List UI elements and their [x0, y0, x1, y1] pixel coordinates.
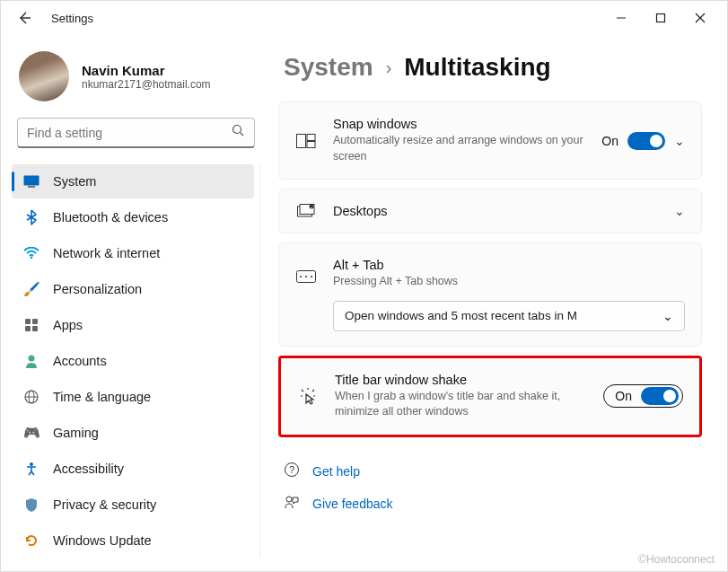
snap-windows-card[interactable]: Snap windows Automatically resize and ar… — [278, 101, 702, 180]
chevron-down-icon[interactable]: ⌄ — [674, 204, 685, 218]
svg-point-2 — [233, 126, 241, 134]
watermark: ©Howtoconnect — [638, 553, 715, 566]
alttab-icon — [295, 270, 317, 283]
svg-point-29 — [286, 497, 292, 502]
sidebar-item-label: Accessibility — [53, 462, 124, 476]
breadcrumb-parent[interactable]: System — [284, 53, 373, 82]
apps-icon — [22, 316, 40, 334]
search-icon — [232, 124, 245, 141]
sidebar-item-accounts[interactable]: Accounts — [12, 344, 254, 378]
svg-text:?: ? — [289, 464, 294, 475]
dropdown-value: Open windows and 5 most recent tabs in M — [345, 309, 577, 322]
sidebar-item-label: Apps — [53, 318, 83, 332]
card-title: Desktops — [333, 204, 658, 218]
shield-icon — [22, 496, 40, 514]
get-help-row[interactable]: ? Get help — [284, 455, 697, 488]
desktops-card[interactable]: + Desktops ⌄ — [278, 189, 702, 233]
sidebar-item-label: Time & language — [53, 390, 151, 404]
sidebar-item-label: Gaming — [53, 426, 99, 440]
page-title: Multitasking — [404, 53, 550, 82]
minimize-button[interactable] — [601, 2, 641, 34]
brush-icon: 🖌️ — [22, 280, 40, 298]
nav-list: System Bluetooth & devices Network & int… — [12, 164, 260, 558]
alttab-dropdown[interactable]: Open windows and 5 most recent tabs in M… — [333, 301, 685, 331]
shake-toggle-pill[interactable]: On — [603, 384, 683, 408]
svg-rect-17 — [307, 134, 315, 140]
sidebar-item-label: Personalization — [53, 282, 142, 296]
sidebar-item-system[interactable]: System — [12, 164, 254, 198]
sidebar-item-label: Network & internet — [53, 246, 160, 260]
snap-toggle[interactable] — [627, 132, 665, 150]
globe-icon — [22, 388, 40, 406]
sidebar-item-label: Accounts — [53, 354, 107, 368]
sidebar-item-network[interactable]: Network & internet — [12, 236, 254, 270]
feedback-row[interactable]: Give feedback — [284, 488, 697, 520]
svg-point-24 — [300, 276, 302, 277]
back-button[interactable] — [8, 2, 40, 34]
svg-rect-4 — [24, 176, 39, 186]
sidebar-item-label: Privacy & security — [53, 497, 156, 512]
shake-toggle[interactable] — [641, 387, 679, 405]
card-desc: Pressing Alt + Tab shows — [333, 274, 685, 290]
sidebar: Navin Kumar nkumar2171@hotmail.com Syste… — [1, 35, 266, 571]
maximize-button[interactable] — [641, 2, 680, 34]
chevron-down-icon: ⌄ — [662, 309, 673, 323]
svg-point-11 — [29, 356, 35, 362]
card-desc: When I grab a window's title bar and sha… — [335, 389, 587, 420]
svg-rect-7 — [25, 319, 31, 324]
system-icon — [22, 172, 40, 190]
avatar — [19, 51, 69, 101]
chevron-right-icon: › — [386, 57, 392, 78]
svg-rect-16 — [297, 134, 306, 147]
desktops-icon: + — [295, 204, 317, 218]
help-icon: ? — [284, 462, 300, 480]
content-area: System › Multitasking Snap windows Autom… — [266, 35, 727, 571]
app-title: Settings — [51, 12, 93, 25]
svg-rect-10 — [32, 326, 38, 331]
sidebar-item-label: Bluetooth & devices — [53, 210, 168, 224]
title-bar-shake-card[interactable]: Title bar window shake When I grab a win… — [278, 356, 702, 437]
gaming-icon: 🎮 — [22, 424, 40, 442]
feedback-icon — [284, 494, 300, 513]
sidebar-item-bluetooth[interactable]: Bluetooth & devices — [12, 200, 254, 234]
svg-rect-1 — [657, 14, 665, 22]
svg-rect-9 — [25, 326, 31, 331]
update-icon — [22, 532, 40, 550]
svg-point-25 — [305, 276, 307, 277]
accessibility-icon — [22, 460, 40, 478]
alttab-card: Alt + Tab Pressing Alt + Tab shows Open … — [278, 242, 702, 347]
sidebar-item-time[interactable]: Time & language — [12, 380, 254, 414]
card-desc: Automatically resize and arrange windows… — [333, 133, 585, 164]
card-title: Snap windows — [333, 117, 585, 131]
sidebar-item-apps[interactable]: Apps — [12, 308, 254, 342]
sidebar-item-label: Windows Update — [53, 533, 152, 548]
bluetooth-icon — [22, 208, 40, 226]
sidebar-item-accessibility[interactable]: Accessibility — [12, 452, 254, 486]
feedback-link[interactable]: Give feedback — [312, 497, 393, 511]
shake-icon — [297, 387, 319, 405]
svg-point-6 — [31, 257, 32, 259]
svg-rect-8 — [32, 319, 38, 324]
sidebar-item-gaming[interactable]: 🎮Gaming — [12, 416, 254, 450]
profile[interactable]: Navin Kumar nkumar2171@hotmail.com — [12, 48, 260, 118]
sidebar-item-label: System — [53, 174, 96, 189]
search-input[interactable] — [27, 126, 232, 140]
accounts-icon — [22, 352, 40, 370]
close-button[interactable] — [680, 2, 720, 34]
search-box[interactable] — [17, 118, 255, 148]
get-help-link[interactable]: Get help — [312, 464, 360, 479]
sidebar-item-update[interactable]: Windows Update — [12, 524, 254, 558]
svg-rect-18 — [307, 141, 315, 147]
chevron-down-icon[interactable]: ⌄ — [674, 134, 685, 148]
profile-email: nkumar2171@hotmail.com — [82, 78, 211, 91]
toggle-state: On — [601, 134, 618, 148]
card-title: Alt + Tab — [333, 258, 685, 272]
sidebar-item-personalization[interactable]: 🖌️Personalization — [12, 272, 254, 306]
card-title: Title bar window shake — [335, 373, 587, 387]
sidebar-item-privacy[interactable]: Privacy & security — [12, 488, 254, 522]
svg-point-15 — [30, 462, 33, 466]
svg-point-26 — [311, 276, 312, 277]
svg-rect-5 — [28, 186, 35, 188]
svg-line-3 — [241, 133, 244, 136]
profile-name: Navin Kumar — [82, 63, 211, 78]
